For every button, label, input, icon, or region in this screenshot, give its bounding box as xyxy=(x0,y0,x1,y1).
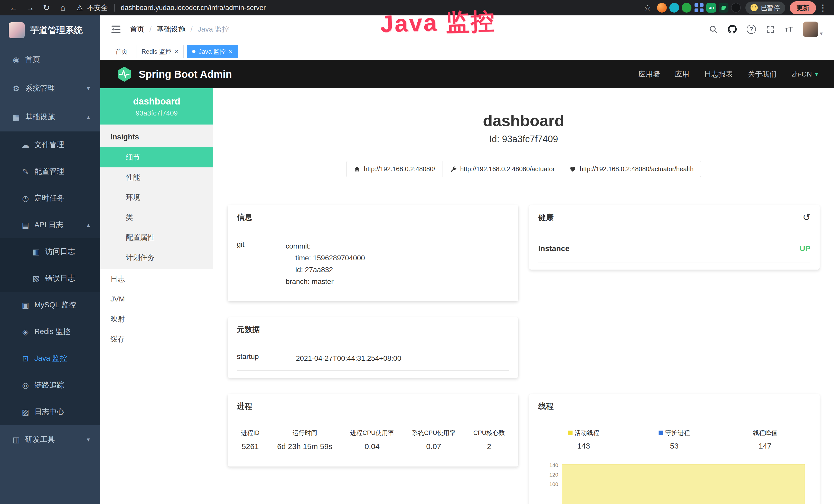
browser-home-icon[interactable]: ⌂ xyxy=(56,2,70,14)
instance-id: 93a3fc7f7409 xyxy=(103,109,211,117)
sba-nav: 应用墙 应用 日志报表 关于我们 zh-CN ▾ xyxy=(639,69,818,79)
close-icon[interactable]: × xyxy=(174,48,178,55)
dark-extension-icon[interactable] xyxy=(731,3,741,13)
sidebar-item-access-log[interactable]: ▥ 访问日志 xyxy=(0,238,100,265)
address-separator xyxy=(114,4,114,12)
search-icon[interactable] xyxy=(709,25,718,34)
bookmark-star-icon[interactable]: ☆ xyxy=(641,2,655,14)
brand-logo-avatar xyxy=(9,22,25,38)
sidebar-item-label: Java 监控 xyxy=(35,353,67,364)
info-line: id: 27aa832 xyxy=(286,264,365,276)
tab-java-monitor[interactable]: Java 监控 × xyxy=(187,45,238,58)
paused-profile-chip[interactable]: 已暂停 xyxy=(745,2,785,14)
browser-menu-icon[interactable]: ⋮ xyxy=(818,2,827,14)
history-icon[interactable]: ↺ xyxy=(803,212,810,223)
tab-home[interactable]: 首页 xyxy=(110,45,133,58)
sidebar-item-api-log[interactable]: ▤ API 日志 ▴ xyxy=(0,211,100,238)
sidebar-item-redis-monitor[interactable]: ◈ Redis 监控 xyxy=(0,318,100,345)
active-threads-area xyxy=(562,464,805,504)
github-icon[interactable] xyxy=(728,25,737,34)
update-button[interactable]: 更新 xyxy=(790,1,816,15)
nav-wallboard[interactable]: 应用墙 xyxy=(639,69,660,79)
info-row-git: git commit: time: 1596289704000 id: 27aa… xyxy=(237,232,509,294)
sba-item-metrics[interactable]: 性能 xyxy=(100,167,213,187)
base-url-link[interactable]: http://192.168.0.2:48080/ xyxy=(346,161,443,177)
sidebar-item-devtools[interactable]: ◫ 研发工具 ▾ xyxy=(0,425,100,454)
sidebar-item-log-center[interactable]: ▨ 日志中心 xyxy=(0,398,100,425)
nav-about[interactable]: 关于我们 xyxy=(748,69,777,79)
fox-extension-icon[interactable] xyxy=(657,3,667,13)
font-size-icon[interactable]: тT xyxy=(785,25,793,33)
sba-item-classes[interactable]: 类 xyxy=(100,207,213,228)
instance-header[interactable]: dashboard 93a3fc7f7409 xyxy=(100,88,213,124)
forward-icon[interactable]: → xyxy=(23,2,37,14)
address-bar[interactable]: ⚠ 不安全 dashboard.yudao.iocoder.cn/infra/a… xyxy=(76,3,638,12)
sba-item-logs[interactable]: 日志 xyxy=(100,269,213,289)
brand[interactable]: 芋道管理系统 xyxy=(0,16,100,45)
sidebar-item-system[interactable]: ⚙ 系统管理 ▾ xyxy=(0,74,100,103)
reload-icon[interactable]: ↻ xyxy=(40,2,53,14)
warning-icon: ⚠ xyxy=(76,4,83,12)
blue-swatch-icon xyxy=(659,431,663,435)
drop-extension-icon[interactable] xyxy=(670,3,679,13)
sba-item-scheduled-tasks[interactable]: 计划任务 xyxy=(100,248,213,268)
nav-applications[interactable]: 应用 xyxy=(675,69,689,79)
sba-item-details[interactable]: 细节 xyxy=(100,147,213,167)
fullscreen-icon[interactable] xyxy=(766,25,775,34)
sba-body: dashboard 93a3fc7f7409 Insights 细节 性能 环境… xyxy=(100,88,834,504)
sba-logo-icon xyxy=(116,66,133,83)
back-icon[interactable]: ← xyxy=(7,2,21,14)
process-card: 进程 进程ID 5261 运行时间 xyxy=(227,394,518,466)
java-monitor-icon: ⊡ xyxy=(20,354,31,363)
sidebar-item-label: 访问日志 xyxy=(45,247,75,257)
sba-item-config-props[interactable]: 配置属性 xyxy=(100,228,213,248)
tab-redis-monitor[interactable]: Redis 监控 × xyxy=(136,45,184,58)
sidebar-item-file-manage[interactable]: ☁ 文件管理 xyxy=(0,132,100,158)
hamburger-icon[interactable] xyxy=(111,25,121,33)
locale-selector[interactable]: zh-CN ▾ xyxy=(792,70,818,78)
legend-label: 线程峰值 xyxy=(752,429,777,437)
security-label[interactable]: 不安全 xyxy=(87,3,108,12)
breadcrumb-home[interactable]: 首页 xyxy=(130,24,144,34)
sidebar-item-java-monitor[interactable]: ⊡ Java 监控 xyxy=(0,345,100,372)
locale-label: zh-CN xyxy=(792,70,812,78)
help-icon[interactable]: ? xyxy=(747,25,756,34)
user-menu[interactable]: ▾ xyxy=(803,22,823,37)
breadcrumb-infra[interactable]: 基础设施 xyxy=(157,24,185,34)
instance-name: dashboard xyxy=(103,96,211,107)
sba-item-mappings[interactable]: 映射 xyxy=(100,309,213,329)
caret-down-icon: ▾ xyxy=(820,30,823,37)
on-badge-extension-icon[interactable]: on xyxy=(706,3,716,13)
url-text[interactable]: dashboard.yudao.iocoder.cn/infra/admin-s… xyxy=(121,4,266,12)
close-icon[interactable]: × xyxy=(229,48,233,55)
cards-grid: 信息 git commit: time: 1596289704000 id: 2… xyxy=(227,205,820,504)
sidebar-item-mysql-monitor[interactable]: ▣ MySQL 监控 xyxy=(0,292,100,318)
col-header: CPU核心数 xyxy=(474,429,505,437)
process-col-system-cpu: 系统CPU使用率 0.07 xyxy=(409,429,458,451)
health-row-instance[interactable]: Instance UP xyxy=(539,232,811,262)
sidebar-item-home[interactable]: ◉ 首页 xyxy=(0,45,100,74)
nav-journal[interactable]: 日志报表 xyxy=(704,69,733,79)
sidebar-item-infra[interactable]: ▦ 基础设施 ▴ xyxy=(0,103,100,132)
breadcrumb-current: Java 监控 xyxy=(198,24,229,34)
actuator-url-link[interactable]: http://192.168.0.2:48080/actuator xyxy=(443,161,562,177)
info-line: branch: master xyxy=(286,276,365,288)
health-url-link[interactable]: http://192.168.0.2:48080/actuator/health xyxy=(562,161,701,177)
grid-extension-icon[interactable] xyxy=(694,3,704,13)
paused-label: 已暂停 xyxy=(761,4,780,12)
sba-item-environment[interactable]: 环境 xyxy=(100,187,213,207)
green-circle-extension-icon[interactable] xyxy=(682,3,692,13)
y-axis-tick: 140 xyxy=(539,462,558,468)
sba-item-cache[interactable]: 缓存 xyxy=(100,329,213,349)
sidebar-item-scheduled-jobs[interactable]: ◴ 定时任务 xyxy=(0,185,100,211)
info-card-title: 信息 xyxy=(237,212,252,223)
info-value: commit: time: 1596289704000 id: 27aa832 … xyxy=(286,240,365,288)
sidebar-item-error-log[interactable]: ▧ 错误日志 xyxy=(0,265,100,292)
leaf-extension-icon[interactable] xyxy=(719,3,728,13)
sba-brand[interactable]: Spring Boot Admin xyxy=(116,66,232,83)
sidebar-item-config-manage[interactable]: ✎ 配置管理 xyxy=(0,158,100,185)
sba-item-jvm[interactable]: JVM xyxy=(100,289,213,309)
sidebar-item-trace[interactable]: ◎ 链路追踪 xyxy=(0,372,100,398)
legend-value: 53 xyxy=(629,442,720,450)
link-label: http://192.168.0.2:48080/ xyxy=(364,165,435,173)
